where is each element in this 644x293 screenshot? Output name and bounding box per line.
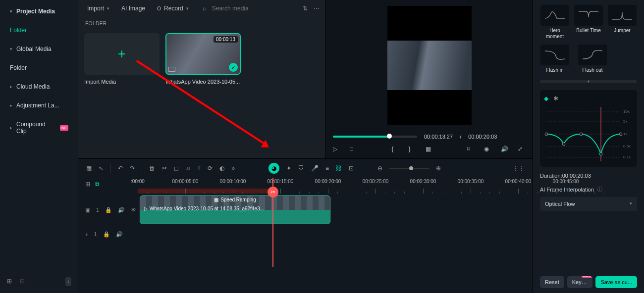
svg-point-11 <box>562 143 565 146</box>
mic-icon[interactable]: 🎤 <box>311 165 319 172</box>
clip-name-label: ▷ WhatsApp Video 2023-10-05 at 14.08.35_… <box>144 206 264 211</box>
svg-point-13 <box>599 152 602 155</box>
lock-icon[interactable]: 🔒 <box>103 231 110 238</box>
more-tools-icon[interactable]: » <box>231 165 235 172</box>
list-icon[interactable]: ≡ <box>325 165 329 172</box>
track-options-icon[interactable]: ⋮⋮ <box>513 165 525 172</box>
search-media-input[interactable] <box>212 5 271 12</box>
display-icon[interactable]: ⌑ <box>467 146 475 153</box>
color-icon[interactable]: ◐ <box>219 165 224 172</box>
ai-frame-interpolation-label: AI Frame Interpolationⓘ <box>540 186 637 193</box>
mute-icon[interactable]: 🔊 <box>116 231 123 238</box>
grid-icon[interactable]: ▦ <box>86 165 92 172</box>
visibility-icon[interactable]: 👁 <box>131 207 136 213</box>
graph-freeze-icon[interactable]: ✱ <box>553 95 558 102</box>
preset-flash-out[interactable]: Flash out <box>578 45 607 73</box>
ruler-tick-label: 00:00:15:00 <box>268 179 294 184</box>
current-time: 00:00:13.27 <box>424 134 453 140</box>
sidebar-folder-2[interactable]: Folder <box>3 59 75 76</box>
interpolation-select[interactable]: Optical Flow▾ <box>540 197 637 211</box>
cut-icon[interactable]: ✂ <box>162 165 167 172</box>
svg-text:0.5x: 0.5x <box>623 144 631 148</box>
music-icon[interactable]: ♫ <box>186 165 190 172</box>
save-custom-button[interactable]: Save as cu... <box>595 276 637 288</box>
import-media-tile[interactable]: + Import Media <box>84 33 160 85</box>
audio-track-icon: ♪ <box>85 231 88 237</box>
delete-icon[interactable]: 🗑 <box>149 165 155 172</box>
collapse-sidebar-button[interactable]: ‹ <box>65 277 71 286</box>
marker-icon[interactable]: ⛓ <box>336 165 342 172</box>
preset-scroll[interactable]: ▾ <box>540 80 637 83</box>
safe-zone-icon[interactable]: ▦ <box>426 146 433 153</box>
trash-icon[interactable]: ⊟ <box>20 278 28 286</box>
more-icon[interactable]: ⋯ <box>314 5 320 12</box>
clip-speed-tag: ▦Speed Ramping <box>214 197 256 202</box>
link-icon[interactable]: ⧉ <box>95 181 100 193</box>
play-icon[interactable]: ▷ <box>333 146 341 153</box>
graph-keyframe-icon[interactable]: ◆ <box>544 95 548 102</box>
lock-icon[interactable]: 🔒 <box>105 207 112 213</box>
preset-hero-moment[interactable]: Hero moment <box>540 5 570 40</box>
timeline-ruler[interactable]: :00:0000:00:05:0000:00:10:0000:00:15:000… <box>138 178 533 195</box>
preset-jumper[interactable]: Jumper <box>607 5 637 40</box>
scissors-playhead-icon[interactable]: ✂ <box>268 187 278 197</box>
volume-icon[interactable]: 🔊 <box>501 146 509 153</box>
sidebar-adjustment-layer[interactable]: ▸Adjustment La... <box>3 97 75 114</box>
ai-image-button[interactable]: AI Image <box>118 3 148 14</box>
caret-down-icon: ▾ <box>10 47 12 51</box>
in-bracket-icon[interactable]: { <box>392 146 400 153</box>
undo-icon[interactable]: ↶ <box>118 165 123 172</box>
filter-icon[interactable]: ⇅ <box>303 5 308 12</box>
ruler-tick-label: 00:00:45:00 <box>553 179 579 184</box>
ruler-tick-label: 00:00:30:00 <box>410 179 436 184</box>
sidebar-project-media[interactable]: ▾Project Media <box>3 3 75 20</box>
check-icon: ✓ <box>229 63 238 72</box>
ruler-tick-label: 00:00:05:00 <box>172 179 199 184</box>
svg-text:0.1x: 0.1x <box>623 155 631 159</box>
snapshot-icon[interactable]: ◉ <box>484 146 492 153</box>
record-dropdown[interactable]: Record▾ <box>154 3 192 14</box>
align-icon[interactable]: ⊞ <box>85 181 90 193</box>
scrub-bar[interactable] <box>333 136 417 138</box>
video-track-header[interactable]: ▣ 1 🔒 🔊 👁 <box>78 207 138 213</box>
shield-icon[interactable]: ⛉ <box>298 165 304 172</box>
ai-circle-icon[interactable]: ◕ <box>268 163 279 174</box>
preview-frame-image <box>387 41 472 90</box>
text-icon[interactable]: T <box>197 165 201 172</box>
new-folder-icon[interactable]: ⊞ <box>7 278 15 286</box>
speed-ramp-icon: ▦ <box>214 197 218 202</box>
pointer-icon[interactable]: ↖ <box>99 165 104 172</box>
media-clip[interactable]: 00:00:13 ✓ WhatsApp Video 2023-10-05... <box>165 33 241 85</box>
speed-icon[interactable]: ⟳ <box>208 165 213 172</box>
sidebar-cloud-media[interactable]: ▸Cloud Media <box>3 78 75 95</box>
sparkle-icon[interactable]: ✦ <box>286 165 291 172</box>
stop-icon[interactable]: □ <box>350 146 358 153</box>
preset-bullet-time[interactable]: Bullet Time <box>574 5 603 40</box>
speed-ramp-graph[interactable]: 10x 5x 1x 0.5x 0.1x <box>544 107 633 161</box>
sidebar-compound-clip[interactable]: ▸Compound ClipNE <box>3 116 75 140</box>
media-panel: Import▾ AI Image Record▾ ⌕ ⇅ ⋯ FOLDER + … <box>78 0 326 158</box>
mute-icon[interactable]: 🔊 <box>118 207 125 213</box>
svg-point-12 <box>580 133 583 136</box>
caret-right-icon: ▸ <box>10 84 12 89</box>
info-icon[interactable]: ⓘ <box>597 186 602 193</box>
svg-text:1x: 1x <box>623 132 627 136</box>
crop-icon[interactable]: ◻ <box>174 165 179 172</box>
preset-flash-in[interactable]: Flash in <box>540 45 570 73</box>
redo-icon[interactable]: ↷ <box>130 165 135 172</box>
zoom-in-icon[interactable]: ⊕ <box>436 165 441 172</box>
preview-viewport <box>387 6 472 125</box>
sidebar-global-media[interactable]: ▾Global Media <box>3 41 75 57</box>
fit-icon[interactable]: ⊡ <box>349 165 354 172</box>
audio-track-header[interactable]: ♪ 1 🔒 🔊 <box>78 231 138 238</box>
import-dropdown[interactable]: Import▾ <box>84 3 112 14</box>
keyframe-preset-button[interactable]: Keyframe P...BETA <box>567 276 593 288</box>
fullscreen-icon[interactable]: ⤢ <box>518 146 526 153</box>
zoom-slider[interactable] <box>389 168 429 169</box>
timeline-clip[interactable]: ▦Speed Ramping ▷ WhatsApp Video 2023-10-… <box>140 195 330 224</box>
sidebar-folder[interactable]: Folder <box>3 22 75 39</box>
out-bracket-icon[interactable]: } <box>409 146 417 153</box>
svg-text:5x: 5x <box>623 119 627 124</box>
reset-button[interactable]: Reset <box>540 276 564 288</box>
zoom-out-icon[interactable]: ⊖ <box>377 165 382 172</box>
